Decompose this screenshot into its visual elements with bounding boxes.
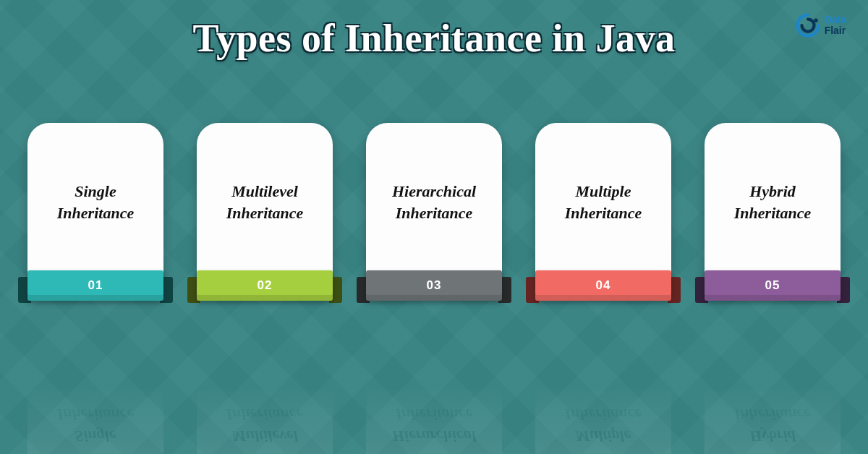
brand-logo: Data Flair [796, 13, 846, 38]
logo-text: Data Flair [825, 14, 846, 35]
ribbon-bar: 04 [535, 270, 671, 301]
card-ribbon: 01 [18, 325, 173, 357]
svg-point-0 [814, 18, 817, 22]
ribbon-fold-left [526, 325, 539, 351]
card-body: Multilevel Inheritance [197, 333, 333, 454]
card: Hierarchical Inheritance 03 [366, 123, 502, 295]
card-label: Hybrid Inheritance [734, 403, 811, 446]
logo-line2: Flair [825, 25, 846, 36]
ribbon-fold-right [160, 325, 173, 351]
card-body: Single Inheritance [27, 333, 163, 454]
card: Single Inheritance 01 [27, 123, 163, 295]
card-ribbon: 04 [526, 270, 681, 302]
card-label-line2: Inheritance [226, 204, 303, 222]
card-label: Multilevel Inheritance [226, 403, 303, 446]
card-label-line1: Single [75, 182, 116, 200]
card-ribbon: 02 [187, 270, 342, 302]
card-label-line1: Single [75, 427, 116, 445]
ribbon-fold-left [695, 325, 708, 351]
card-number: 03 [427, 278, 442, 293]
card-body: Hierarchical Inheritance [366, 333, 502, 454]
card-number: 01 [88, 335, 103, 349]
card-label: Single Inheritance [57, 403, 134, 446]
card: Hybrid Inheritance 05 [705, 123, 841, 295]
card-number: 05 [765, 278, 780, 293]
card-label-line2: Inheritance [565, 204, 642, 222]
ribbon-fold-right [837, 325, 850, 351]
card: Hybrid Inheritance 05 [705, 333, 841, 454]
card-ribbon: 05 [695, 270, 850, 302]
ribbon-bar: 01 [27, 327, 163, 357]
ribbon-fold-left [18, 325, 31, 351]
card-label-line2: Inheritance [396, 204, 472, 222]
card: Multilevel Inheritance 02 [197, 333, 333, 454]
card-number: 02 [258, 278, 273, 293]
card-body: Multiple Inheritance [535, 333, 671, 454]
card-label-line1: Hybrid [749, 427, 796, 445]
card-number: 04 [596, 278, 611, 293]
page-title: Types of Inheritance in Java [0, 0, 868, 61]
card-ribbon: 01 [18, 270, 173, 302]
card-ribbon: 03 [357, 270, 511, 302]
card-label: Hierarchical Inheritance [392, 403, 476, 446]
card-label: Single Inheritance [57, 181, 134, 223]
ribbon-bar: 02 [197, 270, 333, 301]
ribbon-bar: 05 [705, 270, 841, 301]
ribbon-fold-left [357, 325, 370, 351]
card-label: Hybrid Inheritance [734, 181, 811, 223]
ribbon-bar: 04 [535, 327, 671, 357]
card-number: 03 [427, 335, 442, 349]
ribbon-fold-right [498, 325, 511, 351]
card-body: Hybrid Inheritance [705, 333, 841, 454]
card-label-line1: Multilevel [231, 182, 298, 200]
card-label: Multilevel Inheritance [226, 181, 303, 223]
card-number: 04 [596, 335, 611, 349]
card-number: 02 [258, 335, 273, 349]
logo-swirl-icon [796, 13, 820, 38]
ribbon-fold-right [329, 325, 342, 351]
card: Multiple Inheritance 04 [535, 123, 671, 295]
card-ribbon: 03 [357, 325, 511, 357]
card-label: Multiple Inheritance [565, 403, 642, 446]
ribbon-bar: 03 [366, 270, 502, 301]
ribbon-fold-left [187, 325, 200, 351]
card-body: Multiple Inheritance [535, 123, 671, 295]
ribbon-bar: 03 [366, 327, 502, 357]
card-label-line2: Inheritance [396, 406, 472, 424]
ribbon-bar: 01 [27, 270, 163, 301]
card-number: 05 [765, 335, 780, 349]
card: Hierarchical Inheritance 03 [366, 333, 502, 454]
card-label-line1: Hybrid [749, 182, 796, 200]
card-ribbon: 02 [187, 325, 342, 357]
card-number: 01 [88, 278, 103, 293]
card-label-line1: Hierarchical [392, 182, 476, 200]
card-ribbon: 05 [695, 325, 850, 357]
card-label: Hierarchical Inheritance [392, 181, 476, 223]
card-label-line2: Inheritance [734, 406, 811, 424]
card-label-line1: Hierarchical [392, 427, 476, 445]
ribbon-fold-right [668, 325, 681, 351]
card-label-line2: Inheritance [734, 204, 811, 222]
card-label-line2: Inheritance [226, 406, 303, 424]
ribbon-bar: 02 [197, 327, 333, 357]
card-body: Hybrid Inheritance [705, 123, 841, 295]
logo-line1: Data [825, 14, 846, 25]
card-label-line1: Multiple [575, 427, 631, 445]
card-label-line2: Inheritance [57, 406, 134, 424]
card-label-line1: Multiple [575, 182, 631, 200]
cards-reflection: Single Inheritance 01 Multilevel Inherit… [0, 333, 868, 454]
card-label: Multiple Inheritance [565, 181, 642, 223]
card-label-line2: Inheritance [57, 204, 134, 222]
card: Multiple Inheritance 04 [535, 333, 671, 454]
card: Multilevel Inheritance 02 [197, 123, 333, 295]
card-body: Multilevel Inheritance [197, 123, 333, 295]
card-ribbon: 04 [526, 325, 681, 357]
ribbon-bar: 05 [705, 327, 841, 357]
card-body: Single Inheritance [27, 123, 163, 295]
card-label-line2: Inheritance [565, 406, 642, 424]
card: Single Inheritance 01 [27, 333, 163, 454]
cards-row: Single Inheritance 01 Multilevel Inherit… [0, 123, 868, 295]
card-label-line1: Multilevel [231, 427, 298, 445]
card-body: Hierarchical Inheritance [366, 123, 502, 295]
